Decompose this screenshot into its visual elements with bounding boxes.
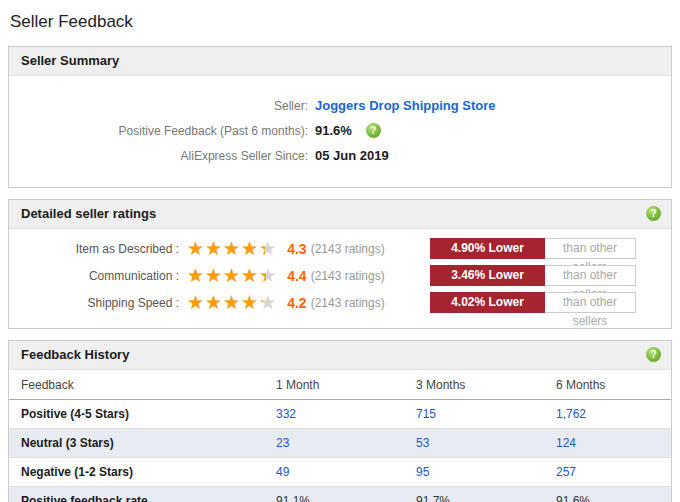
feedback-history-table: Feedback 1 Month 3 Months 6 Months Posit… xyxy=(9,370,671,502)
feedback-history-header: Feedback History ? xyxy=(9,341,671,370)
row-label: Negative (1-2 Stars) xyxy=(9,458,264,487)
help-icon[interactable]: ? xyxy=(366,123,381,138)
star-fill-icons: ★★★★★ xyxy=(187,266,266,285)
feedback-count-link[interactable]: 332 xyxy=(276,407,296,421)
seller-row: Seller: Joggers Drop Shipping Store xyxy=(9,98,671,113)
table-row-neutral: Neutral (3 Stars) 23 53 124 xyxy=(9,429,671,458)
lower-badge: 4.02% Lower xyxy=(430,292,545,313)
column-header-3-months: 3 Months xyxy=(404,370,544,400)
table-header-row: Feedback 1 Month 3 Months 6 Months xyxy=(9,370,671,400)
table-row-positive-rate: Positive feedback rate 91.1% 91.7% 91.6% xyxy=(9,487,671,502)
positive-feedback-label: Positive Feedback (Past 6 months): xyxy=(9,124,315,138)
rating-label: Communication : xyxy=(9,269,179,283)
row-label: Positive (4-5 Stars) xyxy=(9,400,264,429)
feedback-count-link[interactable]: 23 xyxy=(276,436,289,450)
feedback-rate-value: 91.7% xyxy=(416,494,450,502)
seller-summary-body: Seller: Joggers Drop Shipping Store Posi… xyxy=(9,76,671,187)
rating-label: Shipping Speed : xyxy=(9,296,179,310)
seller-summary-title: Seller Summary xyxy=(21,53,119,68)
feedback-history-title: Feedback History xyxy=(21,347,129,362)
comparison-group: 4.90% Lower than other sellers xyxy=(430,238,636,259)
feedback-count-link[interactable]: 124 xyxy=(556,436,576,450)
star-rating-icons: ★★★★★★★★★★ xyxy=(187,293,277,312)
feedback-count-link[interactable]: 1,762 xyxy=(556,407,586,421)
feedback-rate-value: 91.6% xyxy=(556,494,590,502)
detailed-ratings-body: Item as Described : ★★★★★★★★★★ 4.3 (2143… xyxy=(9,229,671,328)
help-icon[interactable]: ? xyxy=(646,347,661,362)
column-header-6-months: 6 Months xyxy=(544,370,671,400)
row-label: Positive feedback rate xyxy=(9,487,264,502)
detailed-ratings-section: Detailed seller ratings ? Item as Descri… xyxy=(8,199,672,329)
seller-label: Seller: xyxy=(9,99,315,113)
feedback-rate-value: 91.1% xyxy=(276,494,310,502)
seller-summary-section: Seller Summary Seller: Joggers Drop Ship… xyxy=(8,46,672,188)
feedback-history-section: Feedback History ? Feedback 1 Month 3 Mo… xyxy=(8,340,672,502)
seller-name-link[interactable]: Joggers Drop Shipping Store xyxy=(315,98,496,113)
rating-row-shipping-speed: Shipping Speed : ★★★★★★★★★★ 4.2 (2143 ra… xyxy=(9,289,671,316)
column-header-1-month: 1 Month xyxy=(264,370,404,400)
lower-badge: 3.46% Lower xyxy=(430,265,545,286)
comparison-group: 3.46% Lower than other sellers xyxy=(430,265,636,286)
rating-label: Item as Described : xyxy=(9,242,179,256)
star-fill-icons: ★★★★★ xyxy=(187,239,265,258)
feedback-count-link[interactable]: 257 xyxy=(556,465,576,479)
compare-box: than other sellers xyxy=(545,265,636,286)
row-label: Neutral (3 Stars) xyxy=(9,429,264,458)
feedback-count-link[interactable]: 53 xyxy=(416,436,429,450)
seller-since-label: AliExpress Seller Since: xyxy=(9,149,315,163)
seller-since-value: 05 Jun 2019 xyxy=(315,148,389,163)
rating-row-communication: Communication : ★★★★★★★★★★ 4.4 (2143 rat… xyxy=(9,262,671,289)
lower-badge: 4.90% Lower xyxy=(430,238,545,259)
star-fill-icons: ★★★★★ xyxy=(187,293,263,312)
seller-feedback-page: Seller Feedback Seller Summary Seller: J… xyxy=(0,0,680,502)
star-rating-icons: ★★★★★★★★★★ xyxy=(187,239,277,258)
detailed-ratings-header: Detailed seller ratings ? xyxy=(9,200,671,229)
feedback-count-link[interactable]: 49 xyxy=(276,465,289,479)
compare-box: than other sellers xyxy=(545,238,636,259)
feedback-count-link[interactable]: 715 xyxy=(416,407,436,421)
detailed-ratings-title: Detailed seller ratings xyxy=(21,206,156,221)
star-rating-icons: ★★★★★★★★★★ xyxy=(187,266,277,285)
table-row-negative: Negative (1-2 Stars) 49 95 257 xyxy=(9,458,671,487)
compare-box: than other sellers xyxy=(545,292,636,313)
rating-score: 4.2 xyxy=(287,295,306,311)
positive-feedback-value: 91.6% xyxy=(315,123,352,138)
rating-score: 4.3 xyxy=(287,241,306,257)
rating-count: (2143 ratings) xyxy=(311,242,385,256)
page-title: Seller Feedback xyxy=(10,12,672,32)
help-icon[interactable]: ? xyxy=(646,206,661,221)
comparison-group: 4.02% Lower than other sellers xyxy=(430,292,636,313)
rating-row-item-as-described: Item as Described : ★★★★★★★★★★ 4.3 (2143… xyxy=(9,235,671,262)
table-row-positive: Positive (4-5 Stars) 332 715 1,762 xyxy=(9,400,671,429)
feedback-count-link[interactable]: 95 xyxy=(416,465,429,479)
positive-feedback-row: Positive Feedback (Past 6 months): 91.6%… xyxy=(9,123,671,138)
rating-score: 4.4 xyxy=(287,268,306,284)
rating-count: (2143 ratings) xyxy=(311,296,385,310)
seller-summary-header: Seller Summary xyxy=(9,47,671,76)
rating-count: (2143 ratings) xyxy=(311,269,385,283)
column-header-feedback: Feedback xyxy=(9,370,264,400)
seller-since-row: AliExpress Seller Since: 05 Jun 2019 xyxy=(9,148,671,163)
